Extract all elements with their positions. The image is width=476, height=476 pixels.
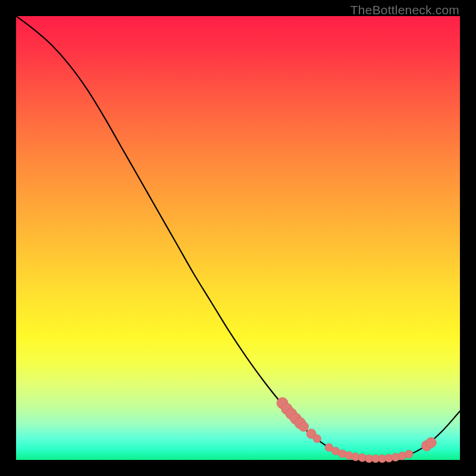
data-marker [299,422,308,431]
marker-group [277,397,436,462]
watermark-label: TheBottleneck.com [350,3,459,17]
data-marker [426,437,436,447]
data-marker [313,435,321,443]
bottleneck-curve [16,16,460,459]
chart-frame: TheBottleneck.com [0,0,476,476]
chart-overlay [16,16,460,460]
data-marker [405,450,413,458]
